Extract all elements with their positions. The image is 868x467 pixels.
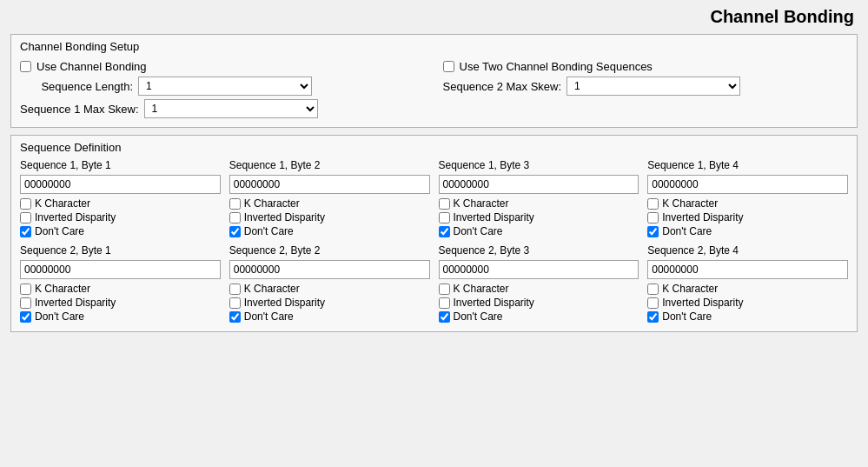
k-char-row-2: K Character — [229, 197, 430, 210]
dont-care-checkbox-3[interactable] — [439, 226, 450, 237]
sequence-length-row: Sequence Length: 1 2 3 4 — [20, 77, 426, 96]
k-char-checkbox-7[interactable] — [439, 284, 450, 295]
dont-care-label-5: Don't Care — [35, 310, 84, 323]
inv-disp-checkbox-1[interactable] — [20, 212, 31, 223]
seq-block-5: Sequence 2, Byte 1K CharacterInverted Di… — [20, 244, 221, 323]
seq-value-input-5[interactable] — [20, 260, 221, 279]
dont-care-checkbox-1[interactable] — [20, 226, 31, 237]
seq-block-title-1: Sequence 1, Byte 1 — [20, 159, 221, 171]
seq1-max-skew-row: Sequence 1 Max Skew: 1 2 3 — [20, 99, 426, 118]
dont-care-checkbox-6[interactable] — [229, 311, 241, 323]
seq2-max-skew-label: Sequence 2 Max Skew: — [443, 80, 562, 93]
dont-care-label-8: Don't Care — [662, 310, 712, 323]
k-char-checkbox-4[interactable] — [647, 198, 659, 210]
inv-disp-label-6: Inverted Disparity — [244, 297, 325, 309]
setup-group-title: Channel Bonding Setup — [20, 40, 848, 53]
inv-disp-checkbox-2[interactable] — [229, 212, 241, 223]
inv-disp-row-2: Inverted Disparity — [229, 211, 430, 223]
inv-disp-label-4: Inverted Disparity — [662, 211, 743, 223]
inv-disp-row-3: Inverted Disparity — [439, 211, 639, 223]
inv-disp-checkbox-7[interactable] — [439, 297, 450, 309]
dont-care-row-8: Don't Care — [647, 310, 848, 323]
seq-grid: Sequence 1, Byte 1K CharacterInverted Di… — [20, 159, 848, 323]
inv-disp-checkbox-3[interactable] — [439, 212, 450, 223]
seq-value-input-6[interactable] — [229, 260, 430, 279]
inv-disp-row-5: Inverted Disparity — [20, 297, 221, 309]
seq-value-input-7[interactable] — [439, 260, 639, 279]
setup-col-right: Use Two Channel Bonding Sequences Sequen… — [426, 60, 849, 118]
k-char-checkbox-1[interactable] — [20, 198, 31, 210]
seq1-max-skew-select[interactable]: 1 2 3 — [144, 99, 318, 118]
seq-value-input-1[interactable] — [20, 175, 221, 194]
setup-columns: Use Channel Bonding Sequence Length: 1 2… — [20, 60, 848, 118]
k-char-row-8: K Character — [647, 283, 848, 295]
dont-care-label-2: Don't Care — [244, 225, 294, 237]
seq-block-4: Sequence 1, Byte 4K CharacterInverted Di… — [647, 159, 848, 237]
seq-block-8: Sequence 2, Byte 4K CharacterInverted Di… — [647, 244, 848, 323]
k-char-row-5: K Character — [20, 283, 221, 295]
seq-block-title-6: Sequence 2, Byte 2 — [229, 244, 430, 257]
dont-care-row-3: Don't Care — [439, 225, 639, 237]
k-char-label-1: K Character — [35, 197, 90, 210]
seq-value-input-8[interactable] — [647, 260, 848, 279]
dont-care-row-5: Don't Care — [20, 310, 221, 323]
seq-value-input-3[interactable] — [439, 175, 639, 194]
seq-block-7: Sequence 2, Byte 3K CharacterInverted Di… — [439, 244, 639, 323]
inv-disp-checkbox-4[interactable] — [647, 212, 659, 223]
use-two-sequences-checkbox[interactable] — [443, 61, 454, 72]
seq-block-title-2: Sequence 1, Byte 2 — [229, 159, 430, 171]
inv-disp-checkbox-6[interactable] — [229, 297, 241, 309]
title-bar: Channel Bonding — [0, 0, 868, 30]
use-two-sequences-row: Use Two Channel Bonding Sequences — [443, 60, 849, 73]
inv-disp-row-8: Inverted Disparity — [647, 297, 848, 309]
sequence-length-select[interactable]: 1 2 3 4 — [138, 77, 312, 96]
inv-disp-label-1: Inverted Disparity — [35, 211, 116, 223]
inv-disp-label-7: Inverted Disparity — [454, 297, 534, 309]
k-char-checkbox-5[interactable] — [20, 284, 31, 295]
k-char-checkbox-6[interactable] — [229, 284, 241, 295]
dont-care-label-4: Don't Care — [662, 225, 712, 237]
inv-disp-row-1: Inverted Disparity — [20, 211, 221, 223]
dont-care-label-1: Don't Care — [35, 225, 84, 237]
use-channel-bonding-label: Use Channel Bonding — [36, 60, 146, 73]
seq-block-title-4: Sequence 1, Byte 4 — [647, 159, 848, 171]
k-char-label-3: K Character — [454, 197, 509, 210]
k-char-checkbox-8[interactable] — [647, 284, 659, 295]
seq2-max-skew-select[interactable]: 1 2 3 — [567, 77, 740, 96]
inv-disp-row-7: Inverted Disparity — [439, 297, 639, 309]
inv-disp-label-2: Inverted Disparity — [244, 211, 325, 223]
dont-care-label-7: Don't Care — [454, 310, 503, 323]
inv-disp-label-8: Inverted Disparity — [662, 297, 743, 309]
dont-care-checkbox-2[interactable] — [229, 226, 241, 237]
seq2-max-skew-row: Sequence 2 Max Skew: 1 2 3 — [443, 77, 849, 96]
seq-block-title-5: Sequence 2, Byte 1 — [20, 244, 221, 257]
sequence-length-label: Sequence Length: — [20, 80, 133, 93]
page-title: Channel Bonding — [14, 7, 854, 27]
k-char-checkbox-2[interactable] — [229, 198, 241, 210]
main-content: Channel Bonding Setup Use Channel Bondin… — [0, 30, 868, 350]
inv-disp-row-6: Inverted Disparity — [229, 297, 430, 309]
seq-block-title-7: Sequence 2, Byte 3 — [439, 244, 639, 257]
seq1-max-skew-label: Sequence 1 Max Skew: — [20, 103, 139, 116]
seq-block-6: Sequence 2, Byte 2K CharacterInverted Di… — [229, 244, 430, 323]
dont-care-checkbox-5[interactable] — [20, 311, 31, 323]
inv-disp-checkbox-5[interactable] — [20, 297, 31, 309]
k-char-label-7: K Character — [454, 283, 509, 295]
use-channel-bonding-checkbox[interactable] — [20, 61, 31, 72]
use-channel-bonding-row: Use Channel Bonding — [20, 60, 426, 73]
dont-care-row-7: Don't Care — [439, 310, 639, 323]
use-two-sequences-label: Use Two Channel Bonding Sequences — [460, 60, 653, 73]
dont-care-checkbox-7[interactable] — [439, 311, 450, 323]
dont-care-checkbox-4[interactable] — [647, 226, 659, 237]
k-char-checkbox-3[interactable] — [439, 198, 450, 210]
seq-value-input-4[interactable] — [647, 175, 848, 194]
seq-value-input-2[interactable] — [229, 175, 430, 194]
dont-care-label-3: Don't Care — [454, 225, 503, 237]
k-char-row-1: K Character — [20, 197, 221, 210]
dont-care-checkbox-8[interactable] — [647, 311, 659, 323]
channel-bonding-setup-group: Channel Bonding Setup Use Channel Bondin… — [10, 34, 858, 128]
seq-block-2: Sequence 1, Byte 2K CharacterInverted Di… — [229, 159, 430, 237]
dont-care-row-1: Don't Care — [20, 225, 221, 237]
dont-care-row-6: Don't Care — [229, 310, 430, 323]
inv-disp-checkbox-8[interactable] — [647, 297, 659, 309]
